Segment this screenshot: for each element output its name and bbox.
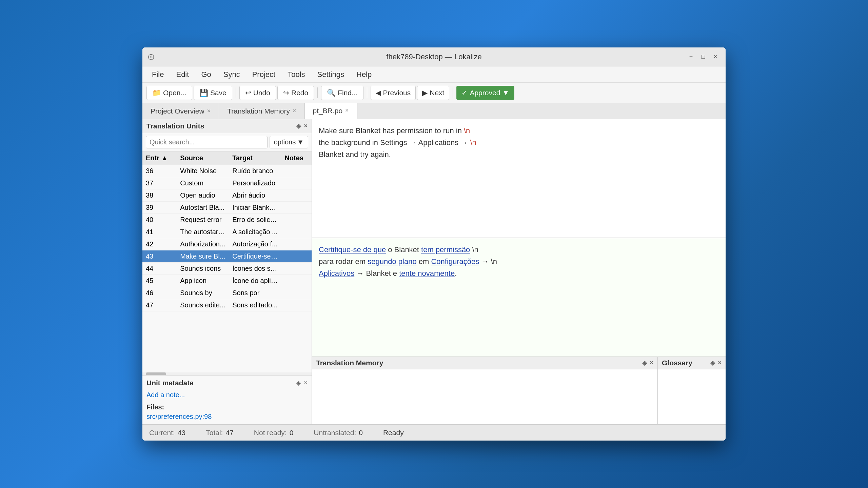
menu-help[interactable]: Help	[351, 68, 377, 81]
status-current: Current: 43	[149, 429, 185, 437]
redo-icon: ↪	[283, 89, 289, 97]
bottom-panels: Translation Memory ◈ × Glossary	[312, 357, 726, 424]
translation-memory-panel: Translation Memory ◈ ×	[312, 357, 658, 424]
table-row[interactable]: 46 Sounds by Sons por	[142, 287, 312, 299]
target-line-1: Certifique-se de que o Blanket tem permi…	[319, 245, 478, 254]
target-line-3: Aplicativos → Blanket e tente novamente.	[319, 269, 457, 278]
cell-source: App icon	[177, 275, 229, 287]
target-area[interactable]: Certifique-se de que o Blanket tem permi…	[312, 238, 726, 357]
minimize-button[interactable]: −	[686, 52, 696, 62]
table-row[interactable]: 43 Make sure Bl... Certifique-se ...	[142, 250, 312, 263]
cell-id: 45	[142, 275, 177, 287]
main-window: ◎ fhek789-Desktop — Lokalize − □ × File …	[142, 47, 726, 441]
undo-button[interactable]: ↩ Undo	[239, 86, 276, 100]
cell-id: 44	[142, 263, 177, 275]
cell-notes	[281, 250, 312, 263]
cell-target: Certifique-se ...	[229, 250, 281, 263]
table-row[interactable]: 42 Authorization... Autorização f...	[142, 238, 312, 250]
menu-go[interactable]: Go	[196, 68, 216, 81]
current-value: 43	[178, 429, 185, 437]
unit-metadata-pin-icon[interactable]: ◈	[296, 379, 301, 387]
table-row[interactable]: 47 Sounds edite... Sons editado...	[142, 299, 312, 311]
cell-notes	[281, 165, 312, 177]
col-notes[interactable]: Notes	[281, 151, 312, 165]
tm-close-icon[interactable]: ×	[650, 359, 653, 367]
tab-pt-br-po-label: pt_BR.po	[313, 107, 343, 115]
file-link[interactable]: src/preferences.py:98	[146, 413, 212, 420]
approved-button[interactable]: ✓ Approved ▼	[456, 86, 514, 100]
options-label: options	[274, 138, 296, 146]
cell-source: Sounds by	[177, 287, 229, 299]
tab-project-overview-close[interactable]: ×	[207, 107, 211, 115]
table-row[interactable]: 41 The autostart... A solicitação ...	[142, 226, 312, 238]
table-row[interactable]: 39 Autostart Bla... Iniciar Blanke...	[142, 202, 312, 214]
tm-pin-icon[interactable]: ◈	[642, 359, 647, 367]
horizontal-scrollbar[interactable]	[142, 372, 312, 375]
col-target[interactable]: Target	[229, 151, 281, 165]
tab-project-overview[interactable]: Project Overview ×	[142, 103, 219, 119]
cell-target: A solicitação ...	[229, 226, 281, 238]
cell-id: 39	[142, 202, 177, 214]
menu-settings[interactable]: Settings	[312, 68, 350, 81]
menu-project[interactable]: Project	[247, 68, 281, 81]
table-row[interactable]: 40 Request error Erro de solicit...	[142, 214, 312, 226]
translation-memory-title: Translation Memory	[316, 359, 383, 367]
glossary-close-icon[interactable]: ×	[718, 359, 722, 367]
add-note-link[interactable]: Add a note...	[146, 390, 308, 399]
col-entry[interactable]: Entr ▲	[142, 151, 177, 165]
glossary-content	[658, 369, 726, 424]
tab-translation-memory-close[interactable]: ×	[293, 107, 296, 115]
cell-target: Abrir áudio	[229, 189, 281, 202]
redo-button[interactable]: ↪ Redo	[277, 86, 314, 100]
open-button[interactable]: 📁 Open...	[146, 86, 192, 100]
search-input[interactable]	[146, 136, 268, 148]
untranslated-label: Untranslated:	[314, 429, 356, 437]
options-dropdown-icon: ▼	[297, 138, 304, 146]
tab-pt-br-po-close[interactable]: ×	[345, 107, 349, 114]
col-source[interactable]: Source	[177, 151, 229, 165]
cell-notes	[281, 275, 312, 287]
titlebar: ◎ fhek789-Desktop — Lokalize − □ ×	[142, 47, 726, 66]
target-line-2: para rodar em segundo plano em Configura…	[319, 257, 497, 266]
table-row[interactable]: 36 White Noise Ruído branco	[142, 165, 312, 177]
cell-id: 47	[142, 299, 177, 311]
app-icon: ◎	[148, 52, 157, 62]
unit-metadata-close-icon[interactable]: ×	[304, 379, 308, 387]
right-panel: Make sure Blanket has permission to run …	[312, 119, 726, 424]
menu-tools[interactable]: Tools	[282, 68, 310, 81]
cell-target: Ícone do aplic...	[229, 275, 281, 287]
table-row[interactable]: 38 Open audio Abrir áudio	[142, 189, 312, 202]
next-button[interactable]: ▶ Next	[417, 86, 449, 100]
tab-translation-memory[interactable]: Translation Memory ×	[219, 103, 304, 119]
table-row[interactable]: 37 Custom Personalizado	[142, 177, 312, 189]
pin-icon[interactable]: ◈	[296, 122, 301, 130]
table-row[interactable]: 45 App icon Ícone do aplic...	[142, 275, 312, 287]
tab-pt-br-po[interactable]: pt_BR.po ×	[305, 103, 357, 119]
find-button[interactable]: 🔍 Find...	[321, 86, 363, 100]
menu-file[interactable]: File	[146, 68, 169, 81]
tab-translation-memory-label: Translation Memory	[227, 107, 290, 115]
cell-id: 46	[142, 287, 177, 299]
not-ready-label: Not ready:	[254, 429, 287, 437]
save-button[interactable]: 💾 Save	[194, 86, 232, 100]
close-button[interactable]: ×	[711, 52, 720, 62]
options-button[interactable]: options ▼	[270, 136, 308, 148]
save-icon: 💾	[199, 89, 208, 97]
cell-target: Personalizado	[229, 177, 281, 189]
toolbar-separator-3	[367, 87, 367, 98]
cell-source: Custom	[177, 177, 229, 189]
maximize-button[interactable]: □	[698, 52, 708, 62]
horizontal-scrollbar-thumb	[146, 372, 166, 375]
menu-edit[interactable]: Edit	[171, 68, 194, 81]
toolbar-separator-4	[453, 87, 453, 98]
glossary-pin-icon[interactable]: ◈	[710, 359, 715, 367]
table-row[interactable]: 44 Sounds icons Ícones dos so...	[142, 263, 312, 275]
close-panel-icon[interactable]: ×	[304, 122, 308, 130]
unit-metadata-icons: ◈ ×	[296, 379, 308, 387]
target-text: Certifique-se de que o Blanket tem permi…	[319, 244, 719, 280]
cell-source: Authorization...	[177, 238, 229, 250]
source-area: Make sure Blanket has permission to run …	[312, 119, 726, 238]
menu-sync[interactable]: Sync	[218, 68, 245, 81]
previous-button[interactable]: ◀ Previous	[371, 86, 416, 100]
open-label: Open...	[163, 89, 186, 97]
